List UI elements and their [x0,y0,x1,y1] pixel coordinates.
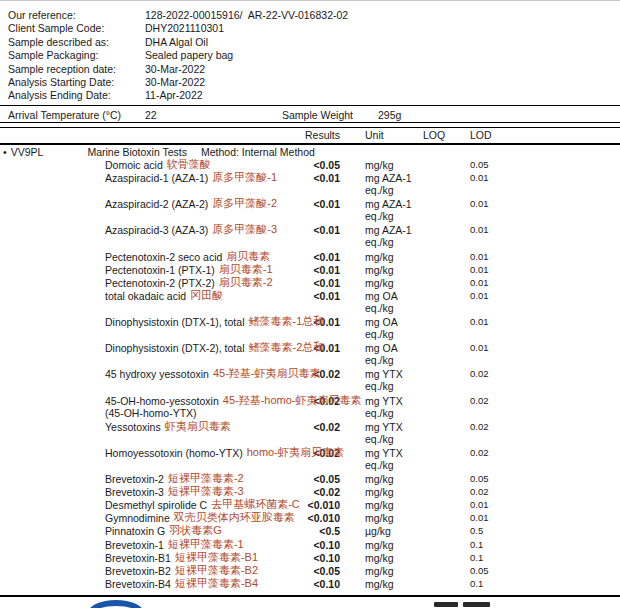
analyte-name: Brevetoxin-3短裸甲藻毒素-3 [0,486,280,498]
unit-value: mg AZA-1 eq./kg [340,172,423,196]
analyte-cn-annotation: 双壳贝类体内环亚胺毒素 [174,511,295,523]
loq-value [423,499,470,511]
loq-value [423,198,470,222]
footer-logo-icon [88,600,144,608]
unit-value: mg YTX eq./kg [340,368,423,392]
lod-value: 0.01 [470,342,530,366]
analyte-cn-annotation: 短裸甲藻毒素-B1 [175,551,258,563]
arrival-temperature-label: Arrival Temperature (°C) [8,109,121,121]
analyte-name: Homoyessotoxin (homo-YTX)homo-虾夷扇贝毒素 [0,447,280,471]
unit-value: mg/kg [340,565,423,577]
info-label: Sample described as: [8,36,145,49]
analyte-name-text: 45 hydroxy yessotoxin [105,368,209,380]
analyte-cn-annotation: 扇贝毒素-1 [219,263,273,275]
unit-value: mg AZA-1 eq./kg [340,224,423,248]
lod-value: 0.01 [470,316,530,340]
unit-value: mg/kg [340,512,423,524]
info-value: 128-2022-00015916/ AR-22-VV-016832-02 [145,9,348,22]
unit-value: mg/kg [340,277,423,289]
section-title: Marine Biotoxin Tests [87,146,187,158]
loq-value [423,512,470,524]
loq-value [423,159,470,171]
loq-value [423,421,470,445]
lod-value: 0.01 [470,290,530,314]
analyte-row: Azaspiracid-2 (AZA-2)原多甲藻酸-2 <0.01 mg AZ… [0,198,620,224]
analyte-name: 45-OH-homo-yessotoxin45-羟基-homo-虾夷扇贝毒素(4… [0,395,280,419]
info-row: Sample Packaging: Sealed papery bag [8,49,620,62]
analyte-row: Pectenotoxin-2 seco acid扇贝毒素 <0.01 mg/kg… [0,251,620,264]
analyte-row: Pectenotoxin-2 (PTX-2)扇贝毒素-2 <0.01 mg/kg… [0,277,620,290]
result-value: <0.05 [280,159,340,171]
result-value: <0.01 [280,264,340,276]
info-label: Client Sample Code: [8,22,145,35]
info-value: 11-Apr-2022 [145,89,203,102]
analyte-name-text: Azaspiracid-1 (AZA-1) [105,172,208,184]
analyte-name-text: Azaspiracid-3 (AZA-3) [105,224,208,236]
analyte-name-text: Yessotoxins [105,421,161,433]
result-value: <0.5 [280,525,340,537]
info-row: Analysis Ending Date: 11-Apr-2022 [8,89,620,102]
result-value: <0.01 [280,251,340,263]
analyte-name-text: Brevetoxin-B4 [105,578,171,590]
analyte-row: Desmethyl spirolide C去甲基螺环菌素-C <0.010 mg… [0,499,620,512]
lod-value: 0.1 [470,552,530,564]
loq-value [423,368,470,392]
analyte-name: Azaspiracid-3 (AZA-3)原多甲藻酸-3 [0,224,280,248]
analyte-cn-annotation: 短裸甲藻毒素-B2 [175,564,258,576]
result-value: <0.01 [280,277,340,289]
analyte-name-text: Pinnatoxin G [105,525,165,537]
analyte-row: Azaspiracid-3 (AZA-3)原多甲藻酸-3 <0.01 mg AZ… [0,224,620,250]
analyte-row: Homoyessotoxin (homo-YTX)homo-虾夷扇贝毒素 <0.… [0,447,620,473]
analyte-row: Pectenotoxin-1 (PTX-1)扇贝毒素-1 <0.01 mg/kg… [0,264,620,277]
result-value: <0.05 [280,565,340,577]
loq-value [423,578,470,590]
analyte-cn-annotation: 羽状毒素G [169,524,222,536]
results-table-header: Results Unit LOQ LOD [0,128,620,143]
lod-value: 0.02 [470,486,530,498]
unit-value: mg/kg [340,499,423,511]
loq-value [423,342,470,366]
unit-value: mg/kg [340,539,423,551]
analyte-row: Azaspiracid-1 (AZA-1)原多甲藻酸-1 <0.01 mg AZ… [0,172,620,198]
info-row: Sample described as: DHA Algal Oil [8,36,620,49]
unit-value: mg/kg [340,486,423,498]
section-code: VV9PL [11,146,44,158]
analyte-row: Pinnatoxin G羽状毒素G <0.5 µg/kg 0.5 [0,525,620,538]
analyte-row: Dinophysistoxin (DTX-2), total鳍藻毒素-2总和 <… [0,342,620,368]
unit-value: mg YTX eq./kg [340,447,423,471]
loq-value [423,172,470,196]
lod-value: 0.02 [470,368,530,392]
analyte-row: Brevetoxin-2短裸甲藻毒素-2 <0.05 mg/kg 0.05 [0,473,620,486]
analyte-name: Dinophysistoxin (DTX-2), total鳍藻毒素-2总和 [0,342,280,366]
lod-value: 0.01 [470,499,530,511]
analyte-cn-annotation: 冈田酸 [190,289,223,301]
unit-value: mg/kg [340,159,423,171]
unit-value: µg/kg [340,525,423,537]
info-value: 30-Mar-2022 [145,76,205,89]
analyte-cn-annotation: homo-虾夷扇贝毒素 [247,446,344,458]
loq-value [423,539,470,551]
analyte-row: Domoic acid软骨藻酸 <0.05 mg/kg 0.05 [0,159,620,172]
analyte-row: Brevetoxin-1短裸甲藻毒素-1 <0.10 mg/kg 0.1 [0,539,620,552]
unit-value: mg/kg [340,578,423,590]
lod-value: 0.02 [470,447,530,471]
unit-value: mg AZA-1 eq./kg [340,198,423,222]
info-label: Analysis Ending Date: [8,89,145,102]
analyte-cn-annotation: 45-羟基-homo-虾夷扇贝毒素 [223,394,362,406]
section-method: Method: Internal Method [201,146,315,158]
lod-value: 0.01 [470,224,530,248]
analyte-name: Pectenotoxin-1 (PTX-1)扇贝毒素-1 [0,264,280,276]
analyte-cn-annotation: 扇贝毒素-2 [219,276,273,288]
analyte-name-text: Azaspiracid-2 (AZA-2) [105,198,208,210]
loq-value [423,251,470,263]
result-value: <0.10 [280,539,340,551]
analyte-name: 45 hydroxy yessotoxin45-羟基-虾夷扇贝毒素 [0,368,280,392]
column-header-lod: LOD [470,129,530,141]
unit-value: mg/kg [340,552,423,564]
unit-value: mg OA eq./kg [340,342,423,366]
analyte-row: Gymnodimine双壳贝类体内环亚胺毒素 <0.010 mg/kg 0.01 [0,512,620,525]
analyte-cn-annotation: 虾夷扇贝毒素 [165,420,231,432]
analyte-name: Gymnodimine双壳贝类体内环亚胺毒素 [0,512,280,524]
result-value: <0.01 [280,172,340,196]
analyte-name-text: Pectenotoxin-2 seco acid [105,251,222,263]
